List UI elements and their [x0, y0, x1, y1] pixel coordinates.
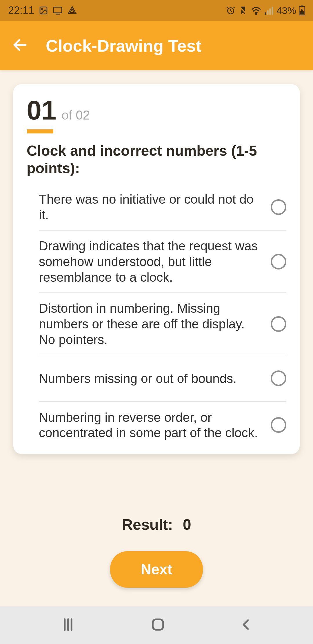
system-nav-bar: [0, 606, 313, 644]
next-button[interactable]: Next: [110, 551, 203, 588]
question-title: Clock and incorrect numbers (1-5 points)…: [27, 142, 286, 177]
svg-rect-9: [269, 8, 271, 15]
svg-rect-10: [272, 7, 273, 15]
option-label: Drawing indicates that the request was s…: [39, 238, 262, 285]
status-right: 43%: [226, 5, 305, 16]
option-label: Numbering in reverse order, or concentra…: [39, 410, 262, 441]
option-row[interactable]: Drawing indicates that the request was s…: [39, 231, 286, 293]
radio-unchecked-icon[interactable]: [271, 199, 286, 215]
page-title: Clock-Drawing Test: [46, 36, 201, 55]
question-counter: 01 of 02: [27, 97, 286, 124]
option-label: Numbers missing or out of bounds.: [39, 371, 262, 386]
question-number: 01: [27, 97, 56, 124]
nav-recents-icon[interactable]: [60, 616, 76, 634]
result-label: Result:: [122, 516, 173, 533]
nav-home-icon[interactable]: [150, 617, 166, 634]
result-value: 0: [183, 516, 191, 533]
option-label: There was no initiative or could not do …: [39, 191, 262, 222]
option-row[interactable]: Numbering in reverse order, or concentra…: [39, 402, 286, 448]
radio-unchecked-icon[interactable]: [271, 370, 286, 386]
app-bar: Clock-Drawing Test: [0, 21, 313, 70]
back-button[interactable]: [12, 37, 28, 55]
cast-icon: [53, 6, 63, 15]
battery-icon: [299, 6, 305, 15]
svg-point-6: [256, 13, 257, 15]
drive-icon: [67, 6, 77, 15]
next-button-wrap: Next: [13, 551, 300, 588]
alarm-icon: [226, 6, 235, 15]
signal-icon: [264, 6, 274, 15]
option-row[interactable]: There was no initiative or could not do …: [39, 184, 286, 231]
content-area: 01 of 02 Clock and incorrect numbers (1-…: [0, 70, 313, 606]
option-row[interactable]: Distortion in numbering. Missing numbers…: [39, 293, 286, 355]
svg-rect-2: [54, 7, 62, 13]
result-row: Result: 0: [13, 504, 300, 533]
image-icon: [39, 6, 48, 15]
battery-percent: 43%: [276, 5, 296, 16]
option-list: There was no initiative or could not do …: [39, 184, 286, 448]
wifi-icon: [251, 6, 261, 15]
status-left: 22:11: [8, 4, 77, 17]
status-time: 22:11: [8, 4, 34, 17]
radio-unchecked-icon[interactable]: [271, 316, 286, 332]
svg-point-1: [41, 8, 43, 10]
svg-rect-7: [265, 12, 266, 15]
radio-unchecked-icon[interactable]: [271, 254, 286, 269]
option-label: Distortion in numbering. Missing numbers…: [39, 301, 262, 347]
question-card: 01 of 02 Clock and incorrect numbers (1-…: [13, 84, 300, 454]
svg-rect-18: [153, 619, 163, 630]
nav-back-icon[interactable]: [240, 618, 253, 632]
svg-rect-12: [301, 6, 303, 7]
status-bar: 22:11 43%: [0, 0, 313, 21]
svg-rect-8: [267, 10, 268, 15]
option-row[interactable]: Numbers missing or out of bounds.: [39, 355, 286, 402]
accent-underline: [27, 129, 53, 133]
question-total: of 02: [61, 108, 90, 122]
radio-unchecked-icon[interactable]: [271, 417, 286, 433]
vibrate-icon: [238, 6, 248, 15]
